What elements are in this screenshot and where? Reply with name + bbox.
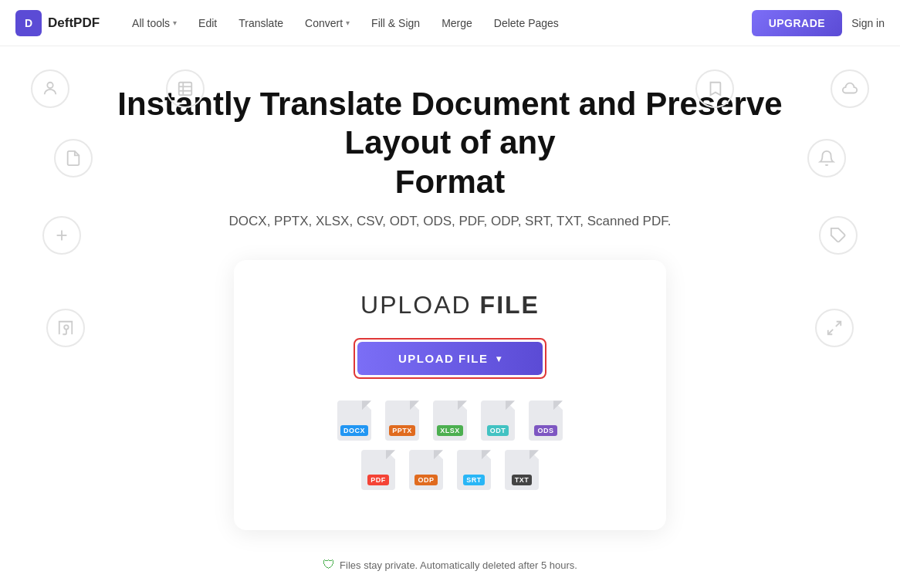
svg-line-9 xyxy=(836,322,841,326)
svg-point-8 xyxy=(64,325,69,329)
file-types-row-2: PDF ODP SRT TXT xyxy=(358,450,542,490)
dropdown-arrow-icon: ▾ xyxy=(496,353,502,364)
bg-icon-bookmark xyxy=(695,69,734,108)
svg-line-10 xyxy=(828,329,833,334)
bg-icon-table xyxy=(166,69,205,108)
file-type-srt: SRT xyxy=(454,450,494,490)
nav-convert[interactable]: Convert ▾ xyxy=(296,12,359,34)
svg-rect-1 xyxy=(179,83,192,96)
bg-icon-resize xyxy=(815,309,854,347)
upload-heading: UPLOAD FILE xyxy=(360,291,540,319)
nav-delete-pages[interactable]: Delete Pages xyxy=(485,12,568,34)
chevron-down-icon: ▾ xyxy=(173,19,177,27)
shield-icon: 🛡 xyxy=(323,558,335,572)
nav-all-tools[interactable]: All tools ▾ xyxy=(123,12,186,34)
page-subtitle: DOCX, PPTX, XLSX, CSV, ODT, ODS, PDF, OD… xyxy=(229,214,672,229)
file-types-row-1: DOCX PPTX XLSX ODT ODS xyxy=(334,400,566,441)
file-type-txt: TXT xyxy=(502,450,542,490)
privacy-note: 🛡 Files stay private. Automatically dele… xyxy=(323,558,577,572)
file-type-xlsx: XLSX xyxy=(430,400,470,441)
upload-file-button[interactable]: UPLOAD FILE ▾ xyxy=(357,342,543,375)
bg-icon-cloud xyxy=(831,69,869,108)
main-content: Instantly Translate Document and Preserv… xyxy=(0,46,900,588)
file-type-odt: ODT xyxy=(478,400,518,441)
bg-icon-bell xyxy=(807,139,846,177)
file-type-docx: DOCX xyxy=(334,400,374,441)
file-type-ods: ODS xyxy=(526,400,566,441)
nav-links: All tools ▾ Edit Translate Convert ▾ Fil… xyxy=(123,12,752,34)
upgrade-button[interactable]: UPGRADE xyxy=(752,10,843,36)
logo[interactable]: D DeftPDF xyxy=(15,10,100,36)
bg-icon-plus xyxy=(42,216,81,255)
navbar: D DeftPDF All tools ▾ Edit Translate Con… xyxy=(0,0,900,46)
nav-right: UPGRADE Sign in xyxy=(752,10,885,36)
upload-card: UPLOAD FILE UPLOAD FILE ▾ DOCX PPTX xyxy=(234,260,666,530)
file-type-pdf: PDF xyxy=(358,450,398,490)
nav-edit[interactable]: Edit xyxy=(189,12,226,34)
svg-point-0 xyxy=(47,83,52,88)
bg-icon-paint xyxy=(46,309,85,347)
chevron-down-icon: ▾ xyxy=(346,19,350,27)
bg-icon-person xyxy=(31,69,69,108)
file-type-odp: ODP xyxy=(406,450,446,490)
bg-icon-file xyxy=(54,139,93,177)
bg-icon-tag xyxy=(819,216,858,255)
logo-icon: D xyxy=(15,10,42,36)
nav-translate[interactable]: Translate xyxy=(229,12,293,34)
nav-fill-sign[interactable]: Fill & Sign xyxy=(362,12,429,34)
logo-text: DeftPDF xyxy=(48,15,100,31)
upload-button-wrapper: UPLOAD FILE ▾ xyxy=(354,338,546,379)
file-type-pptx: PPTX xyxy=(382,400,422,441)
page-title: Instantly Translate Document and Preserv… xyxy=(103,85,797,201)
signin-link[interactable]: Sign in xyxy=(851,17,885,29)
nav-merge[interactable]: Merge xyxy=(432,12,482,34)
